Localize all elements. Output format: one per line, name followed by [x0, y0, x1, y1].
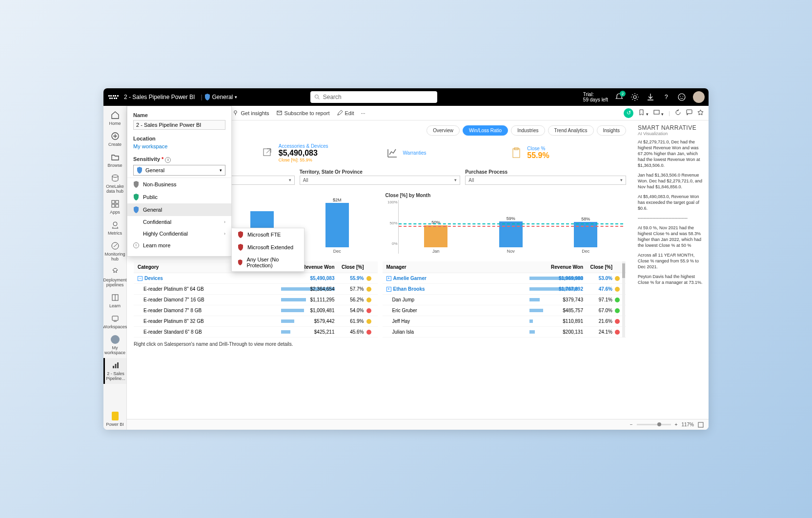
rail-onelake[interactable]: OneLake data hub — [103, 171, 126, 197]
svg-point-5 — [680, 96, 681, 97]
tab-industries[interactable]: Industries — [511, 125, 545, 136]
tab-overview[interactable]: Overview — [426, 125, 460, 136]
sens-opt-public[interactable]: Public — [127, 191, 231, 203]
sens-opt-confidential[interactable]: Confidential› — [127, 216, 231, 228]
filter-territory[interactable]: Territory, State Or ProvinceAll▾ — [300, 169, 461, 185]
notifications-icon[interactable]: 2 — [615, 93, 624, 101]
download-icon[interactable] — [646, 93, 655, 101]
sensitivity-label: Sensitivity * i — [133, 156, 225, 163]
refresh-icon[interactable] — [675, 109, 681, 117]
smart-narrative-panel: SMART NARRATIVE AI Visualization At $2,2… — [633, 120, 709, 419]
chart-close-month[interactable]: Close [%] by Month 100%50%0% 50%Jan 59%N… — [383, 190, 627, 257]
tab-trend[interactable]: Trend Analytics — [548, 125, 594, 136]
kpi-warranties: Warranties — [383, 141, 502, 164]
table-row[interactable]: E-reader Diamond 7" 8 GB$1,009,48154.0% — [134, 305, 378, 316]
rail-home[interactable]: Home — [103, 108, 126, 129]
table-row[interactable]: Eric Gruber$485,75767.0% — [383, 305, 627, 316]
tab-insights[interactable]: Insights — [597, 125, 626, 136]
left-nav-rail: Home Create Browse OneLake data hub Apps… — [103, 106, 127, 430]
sens-sub-fte[interactable]: Microsoft FTE — [232, 228, 304, 241]
svg-rect-17 — [112, 316, 118, 320]
zoom-in[interactable]: + — [675, 422, 678, 427]
rail-monitoring[interactable]: Monitoring hub — [103, 239, 126, 264]
rail-create[interactable]: Create — [103, 129, 126, 150]
rail-browse[interactable]: Browse — [103, 150, 126, 171]
search-placeholder: Search — [323, 94, 342, 100]
fit-icon[interactable] — [698, 422, 704, 428]
reset-icon[interactable]: ↺ — [624, 108, 633, 118]
table-row[interactable]: E-reader Platinum 8" 64 GB$2,364,65457.7… — [134, 284, 378, 295]
gear-icon[interactable] — [630, 93, 639, 101]
tab-winloss[interactable]: Win/Loss Ratio — [463, 125, 508, 136]
cmd-subscribe[interactable]: Subscribe to report — [276, 110, 330, 116]
table-row[interactable]: E-reader Platinum 8" 32 GB$579,44261.9% — [134, 316, 378, 327]
rail-metrics[interactable]: Metrics — [103, 218, 126, 239]
sensitivity-select[interactable]: General▾ — [133, 165, 225, 176]
svg-point-0 — [315, 95, 318, 99]
svg-rect-12 — [116, 204, 119, 207]
comment-icon[interactable] — [686, 109, 692, 117]
svg-rect-20 — [115, 364, 117, 368]
cmd-get-insights[interactable]: Get insights — [232, 110, 269, 116]
sensitivity-badge[interactable]: General — [212, 94, 233, 100]
cmd-edit[interactable]: Edit — [337, 110, 354, 116]
sens-opt-general[interactable]: General — [127, 203, 231, 216]
zoom-level: 117% — [681, 422, 694, 427]
sens-learn-more[interactable]: iLearn more — [127, 239, 231, 251]
svg-line-1 — [318, 98, 319, 100]
table-row[interactable]: Jeff Hay$110,89121.6% — [383, 316, 627, 327]
search-input[interactable]: Search — [310, 91, 437, 103]
zoom-slider[interactable] — [637, 424, 671, 425]
table-manager[interactable]: ManagerRevenue WonClose [%] +Amelie Garn… — [383, 261, 627, 338]
top-bar: 2 - Sales Pipeline Power BI | General ▾ … — [103, 88, 709, 106]
rail-my-workspace[interactable]: My workspace — [103, 332, 126, 358]
sens-opt-highly-confidential[interactable]: Highly Confidential› Microsoft FTE Micro… — [127, 228, 231, 239]
rail-apps[interactable]: Apps — [103, 197, 126, 218]
view-icon[interactable]: ▾ — [653, 109, 664, 117]
table-row[interactable]: −Devices$5,490,08355.9% — [134, 273, 378, 284]
sens-opt-nonbusiness[interactable]: Non-Business — [127, 178, 231, 191]
sens-sub-extended[interactable]: Microsoft Extended — [232, 241, 304, 254]
svg-point-2 — [633, 96, 636, 99]
rail-deploy[interactable]: Deployment pipelines — [103, 264, 126, 290]
feedback-icon[interactable] — [677, 93, 686, 101]
drill-note: Right click on Salesperson's name and Dr… — [127, 339, 633, 350]
table-row[interactable]: +Ethan Brooks$1,767,89247.6% — [383, 284, 627, 295]
chevron-down-icon[interactable]: ▾ — [235, 95, 237, 100]
rail-workspaces[interactable]: Workspaces — [103, 311, 126, 332]
scrollbar[interactable] — [622, 261, 625, 338]
sens-sub-anyuser[interactable]: Any User (No Protection) — [232, 254, 304, 271]
svg-point-24 — [234, 111, 237, 114]
waffle-icon[interactable] — [107, 91, 119, 103]
sensitivity-panel: Name Location My workspace Sensitivity *… — [127, 106, 232, 257]
table-row[interactable]: E-reader Diamond 7" 16 GB$1,111,29556.2% — [134, 295, 378, 305]
svg-point-8 — [112, 175, 118, 178]
report-tabs: Overview Win/Loss Ratio Industries Trend… — [426, 125, 626, 136]
table-category[interactable]: CategoryRevenue WonClose [%] −Devices$5,… — [134, 261, 378, 338]
help-icon[interactable]: ? — [662, 93, 670, 101]
bookmark-icon[interactable]: ▾ — [638, 109, 649, 117]
rail-powerbi[interactable]: Power BI — [103, 409, 126, 430]
location-link[interactable]: My workspace — [133, 143, 225, 149]
trial-status: Trial:59 days left — [583, 92, 608, 102]
svg-rect-10 — [116, 200, 119, 203]
svg-point-13 — [113, 222, 117, 226]
rail-learn[interactable]: Learn — [103, 290, 126, 311]
breadcrumb-title[interactable]: 2 - Sales Pipeline Power BI — [124, 94, 195, 100]
svg-rect-27 — [654, 110, 659, 114]
cmd-more[interactable]: ··· — [361, 110, 365, 116]
name-input[interactable] — [133, 120, 225, 130]
rail-current-report[interactable]: 2 - Sales Pipeline... — [103, 358, 126, 384]
avatar[interactable] — [693, 91, 705, 103]
table-row[interactable]: Dan Jump$379,74397.1% — [383, 295, 627, 305]
table-row[interactable]: +Amelie Garner$1,969,98053.0% — [383, 273, 627, 284]
filter-purchase[interactable]: Purchase ProcessAll▾ — [465, 169, 626, 185]
info-icon[interactable]: i — [165, 157, 171, 163]
svg-rect-28 — [687, 110, 692, 114]
kpi-close-pct: Close %55.9% — [507, 141, 626, 164]
favorite-icon[interactable] — [697, 109, 704, 117]
table-row[interactable]: Julian Isla$200,13124.1% — [383, 327, 627, 338]
zoom-out[interactable]: − — [630, 422, 633, 427]
table-row[interactable]: E-reader Standard 6" 8 GB$425,21145.6% — [134, 327, 378, 338]
location-label: Location — [133, 136, 225, 141]
